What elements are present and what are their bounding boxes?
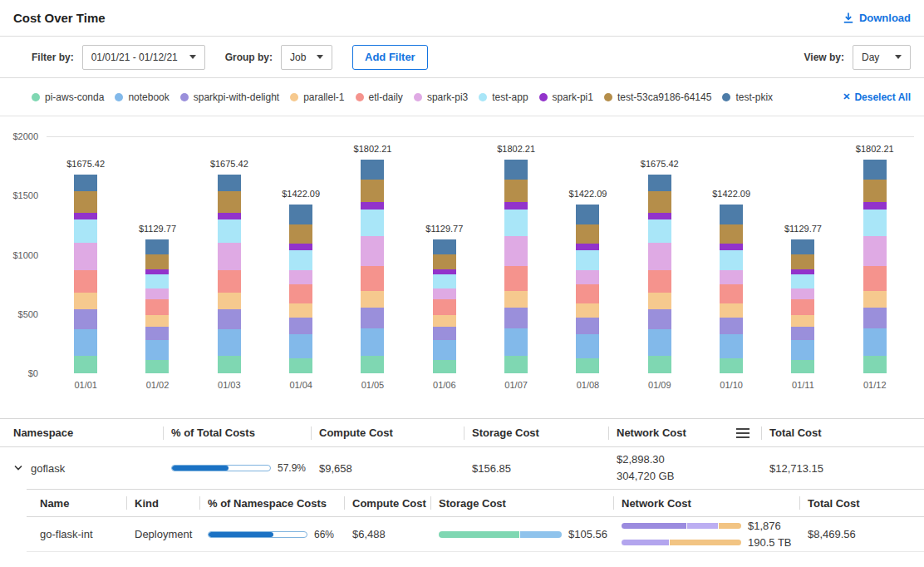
date-range-select[interactable]: 01/01/21 - 01/12/21 [82,45,205,70]
bar-segment-test-pkix[interactable] [791,239,814,254]
bar-segment-spark-pi1[interactable] [361,202,384,210]
bar-segment-notebook[interactable] [74,329,97,357]
column-header-namespace[interactable]: Namespace [0,419,163,446]
bar-segment-spark-pi3[interactable] [145,288,169,299]
column-header-network[interactable]: Network Cost [608,419,761,446]
bar-segment-test-pkix[interactable] [361,160,384,180]
bar-segment-parallel-1[interactable] [791,315,814,327]
bar-segment-test-app[interactable] [289,250,312,270]
bar-segment-etl-daily[interactable] [289,284,312,303]
bar-segment-test-53ca9186-64145[interactable] [218,191,241,213]
bar-segment-test-pkix[interactable] [648,175,671,191]
stacked-bar[interactable] [791,239,814,373]
bar-segment-test-app[interactable] [720,250,743,270]
stacked-bar[interactable] [433,239,456,373]
bar-segment-spark-pi1[interactable] [218,213,241,219]
bar-segment-notebook[interactable] [576,334,599,358]
bar-segment-test-app[interactable] [361,210,384,237]
bar-segment-spark-pi3[interactable] [791,288,814,299]
bar-segment-test-app[interactable] [145,274,169,288]
bar-segment-spark-pi3[interactable] [504,236,528,266]
bar-segment-pi-aws-conda[interactable] [648,356,671,373]
bar-segment-test-pkix[interactable] [74,175,97,191]
add-filter-button[interactable]: Add Filter [352,45,428,70]
stacked-bar[interactable] [74,175,97,373]
bar-segment-sparkpi-with-delight[interactable] [289,318,312,334]
bar-segment-test-53ca9186-64145[interactable] [720,224,743,244]
bar-segment-spark-pi3[interactable] [576,270,599,284]
bar-segment-etl-daily[interactable] [145,299,169,315]
bar-segment-sparkpi-with-delight[interactable] [74,309,97,329]
stacked-bar[interactable] [218,175,241,373]
bar-segment-sparkpi-with-delight[interactable] [576,318,599,334]
bar-segment-sparkpi-with-delight[interactable] [361,308,384,328]
bar-segment-test-53ca9186-64145[interactable] [361,180,384,202]
bar-segment-sparkpi-with-delight[interactable] [863,308,887,328]
bar-segment-sparkpi-with-delight[interactable] [648,309,671,329]
bar-segment-notebook[interactable] [504,328,528,356]
bar-segment-test-53ca9186-64145[interactable] [433,254,456,269]
bar-segment-test-pkix[interactable] [863,160,887,180]
bar-segment-etl-daily[interactable] [791,299,814,315]
bar-segment-notebook[interactable] [218,329,241,357]
bar-segment-parallel-1[interactable] [361,291,384,308]
bar-segment-parallel-1[interactable] [504,291,528,308]
bar-segment-pi-aws-conda[interactable] [720,358,743,374]
stacked-bar[interactable] [361,160,384,373]
bar-segment-test-pkix[interactable] [720,205,743,224]
bar-segment-test-53ca9186-64145[interactable] [289,224,312,244]
bar-segment-test-app[interactable] [791,274,814,288]
bar-segment-parallel-1[interactable] [576,303,599,318]
bar-segment-pi-aws-conda[interactable] [504,356,528,373]
bar-segment-spark-pi3[interactable] [720,270,743,284]
bar-segment-etl-daily[interactable] [720,284,743,303]
bar-segment-pi-aws-conda[interactable] [74,356,97,373]
subcolumn-header-name[interactable]: Name [27,490,126,516]
stacked-bar[interactable] [145,239,169,373]
bar-segment-etl-daily[interactable] [863,266,887,291]
bar-segment-notebook[interactable] [145,340,169,360]
bar-segment-spark-pi1[interactable] [648,213,671,219]
bar-segment-parallel-1[interactable] [863,291,887,308]
subcolumn-header-total[interactable]: Total Cost [799,490,924,516]
bar-segment-pi-aws-conda[interactable] [289,358,312,374]
bar-segment-test-app[interactable] [433,274,456,288]
column-header-storage[interactable]: Storage Cost [464,419,608,446]
bar-segment-pi-aws-conda[interactable] [361,356,384,373]
bar-segment-notebook[interactable] [648,329,671,357]
bar-segment-test-pkix[interactable] [576,205,599,224]
bar-segment-notebook[interactable] [720,334,743,358]
bar-segment-sparkpi-with-delight[interactable] [504,308,528,328]
bar-segment-test-app[interactable] [576,250,599,270]
bar-segment-test-app[interactable] [74,219,97,244]
bar-segment-spark-pi1[interactable] [863,202,887,210]
bar-segment-pi-aws-conda[interactable] [145,360,169,373]
bar-segment-test-pkix[interactable] [289,205,312,224]
bar-segment-parallel-1[interactable] [218,293,241,309]
bar-segment-spark-pi1[interactable] [289,244,312,250]
subcolumn-header-storage[interactable]: Storage Cost [430,490,613,516]
stacked-bar[interactable] [720,205,743,373]
bar-segment-etl-daily[interactable] [74,270,97,293]
legend-item-etl-daily[interactable]: etl-daily [356,91,403,103]
bar-segment-test-53ca9186-64145[interactable] [145,254,169,269]
bar-segment-test-app[interactable] [648,219,671,244]
bar-segment-spark-pi1[interactable] [504,202,528,210]
bar-segment-spark-pi3[interactable] [74,243,97,270]
bar-segment-test-pkix[interactable] [433,239,456,254]
bar-segment-parallel-1[interactable] [648,293,671,309]
bar-segment-test-53ca9186-64145[interactable] [504,180,528,202]
legend-item-spark-pi3[interactable]: spark-pi3 [414,91,468,103]
bar-segment-pi-aws-conda[interactable] [218,356,241,373]
bar-segment-spark-pi3[interactable] [863,236,887,266]
subcolumn-header-kind[interactable]: Kind [126,490,199,516]
bar-segment-pi-aws-conda[interactable] [576,358,599,374]
bar-segment-test-pkix[interactable] [218,175,241,191]
column-header-total[interactable]: Total Cost [761,419,924,446]
legend-item-spark-pi1[interactable]: spark-pi1 [539,91,593,103]
legend-item-test-53ca9186-64145[interactable]: test-53ca9186-64145 [604,91,711,103]
bar-segment-sparkpi-with-delight[interactable] [218,309,241,329]
bar-segment-spark-pi3[interactable] [218,243,241,270]
bar-segment-sparkpi-with-delight[interactable] [433,327,456,340]
subcolumn-header-network[interactable]: Network Cost [613,490,799,516]
